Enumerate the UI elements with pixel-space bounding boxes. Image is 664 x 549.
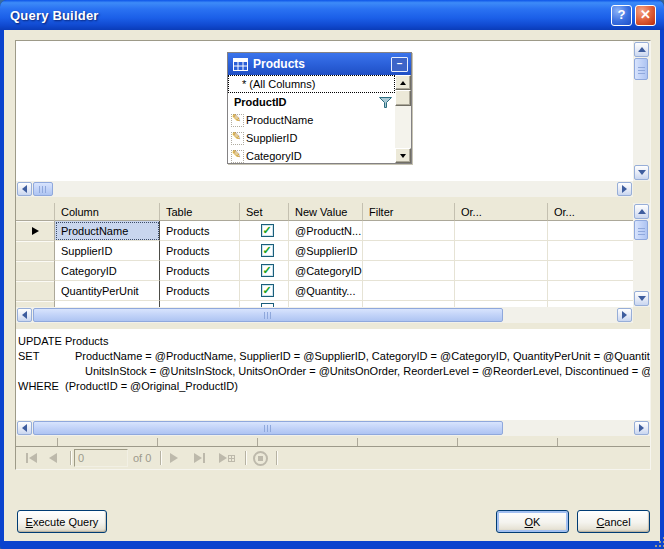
- scroll-down-icon[interactable]: [395, 148, 411, 163]
- sql-keyword: SET: [18, 349, 65, 364]
- cell-or2[interactable]: [548, 281, 633, 301]
- results-column-tick: [257, 438, 258, 446]
- field-productid[interactable]: ProductID: [228, 93, 395, 111]
- grid-header-filter[interactable]: Filter: [363, 203, 455, 221]
- new-record-icon[interactable]: [215, 449, 239, 467]
- minimize-icon[interactable]: –: [391, 57, 408, 72]
- sql-line: SET ProductName = @ProductName, Supplier…: [18, 349, 650, 364]
- field-all-columns[interactable]: * (All Columns): [228, 75, 395, 93]
- cell-or2[interactable]: [548, 241, 633, 261]
- scroll-down-icon[interactable]: [634, 291, 649, 306]
- cell-or1[interactable]: [455, 241, 548, 261]
- scroll-right-icon[interactable]: [617, 182, 632, 196]
- pencil-icon: ✎: [231, 114, 244, 127]
- grid-header-set[interactable]: Set: [240, 203, 289, 221]
- row-selector[interactable]: [16, 281, 55, 301]
- title-bar[interactable]: Query Builder ? ✕: [0, 0, 664, 30]
- cell-or1[interactable]: [455, 281, 548, 301]
- grid-vscrollbar[interactable]: [633, 203, 650, 307]
- cell-column[interactable]: ProductName: [55, 221, 160, 241]
- cell-or1[interactable]: [455, 261, 548, 281]
- cell-filter[interactable]: [363, 281, 455, 301]
- diagram-vscrollbar[interactable]: [633, 41, 650, 181]
- cell-column[interactable]: CategoryID: [55, 261, 160, 281]
- scroll-left-icon[interactable]: [17, 182, 32, 196]
- scroll-left-icon[interactable]: [17, 308, 32, 322]
- scroll-left-icon[interactable]: [17, 421, 32, 435]
- cell-filter[interactable]: [363, 221, 455, 241]
- grid-header-table[interactable]: Table: [160, 203, 240, 221]
- set-checkbox[interactable]: ✓: [261, 244, 274, 257]
- cell-column[interactable]: QuantityPerUnit: [55, 281, 160, 301]
- last-record-icon[interactable]: [188, 449, 210, 467]
- field-categoryid[interactable]: ✎ CategoryID: [228, 147, 395, 163]
- grid-header-or2[interactable]: Or...: [548, 203, 633, 221]
- field-productname[interactable]: ✎ ProductName: [228, 111, 395, 129]
- cell-table[interactable]: Products: [160, 241, 240, 261]
- scrollbar-thumb[interactable]: [33, 182, 53, 196]
- next-record-icon[interactable]: [165, 449, 183, 467]
- cancel-query-icon[interactable]: [251, 449, 270, 467]
- execute-query-button[interactable]: Execute Query: [17, 510, 107, 533]
- current-row-indicator[interactable]: [16, 221, 55, 241]
- grid-hscrollbar[interactable]: [16, 307, 633, 323]
- grid-row: ProductName Products ✓ @ProductN...: [16, 221, 633, 241]
- row-selector[interactable]: [16, 241, 55, 261]
- field-supplierid[interactable]: ✎ SupplierID: [228, 129, 395, 147]
- row-selector[interactable]: [16, 261, 55, 281]
- scroll-up-icon[interactable]: [634, 204, 649, 219]
- scroll-up-icon[interactable]: [634, 42, 649, 57]
- cell-table[interactable]: Products: [160, 261, 240, 281]
- scroll-right-icon[interactable]: [634, 421, 649, 435]
- cell-set[interactable]: ✓: [240, 281, 289, 301]
- scrollbar-thumb[interactable]: [33, 308, 503, 322]
- sql-pane[interactable]: UPDATE Products SET ProductName = @Produ…: [16, 329, 650, 420]
- scroll-right-icon[interactable]: [617, 308, 632, 322]
- cell-table[interactable]: Products: [160, 221, 240, 241]
- scrollbar-thumb[interactable]: [634, 220, 648, 240]
- sql-hscrollbar[interactable]: [16, 420, 650, 436]
- cell-filter[interactable]: [363, 241, 455, 261]
- sql-text: ProductName = @ProductName, SupplierID =…: [65, 349, 650, 364]
- ok-button[interactable]: OK: [496, 510, 569, 533]
- cell-new-value[interactable]: @Quantity...: [289, 281, 363, 301]
- close-icon[interactable]: ✕: [635, 5, 656, 26]
- cell-set[interactable]: ✓: [240, 221, 289, 241]
- cell-column[interactable]: SupplierID: [55, 241, 160, 261]
- diagram-pane[interactable]: Products – * (All Columns) ProductID: [16, 41, 633, 181]
- cell-new-value[interactable]: @CategoryID: [289, 261, 363, 281]
- products-table-header[interactable]: Products –: [228, 53, 411, 75]
- cell-set[interactable]: ✓: [240, 241, 289, 261]
- cell-filter[interactable]: [363, 261, 455, 281]
- previous-record-icon[interactable]: [44, 449, 62, 467]
- scrollbar-thumb[interactable]: [395, 90, 411, 106]
- record-number-input[interactable]: [74, 449, 128, 467]
- cell-set[interactable]: ✓: [240, 261, 289, 281]
- cell-table[interactable]: Products: [160, 281, 240, 301]
- scroll-down-icon[interactable]: [634, 165, 649, 180]
- cancel-button[interactable]: Cancel: [577, 510, 650, 533]
- products-table-box[interactable]: Products – * (All Columns) ProductID: [227, 52, 412, 164]
- cell-new-value[interactable]: @ProductN...: [289, 221, 363, 241]
- grid-header-or1[interactable]: Or...: [455, 203, 548, 221]
- results-header-strip: [16, 436, 650, 447]
- cell-new-value[interactable]: @SupplierID: [289, 241, 363, 261]
- grid-header-new-value[interactable]: New Value: [289, 203, 363, 221]
- grid-header-column[interactable]: Column: [55, 203, 160, 221]
- diagram-hscrollbar[interactable]: [16, 181, 633, 197]
- results-column-tick: [557, 438, 558, 446]
- set-checkbox[interactable]: ✓: [261, 284, 274, 297]
- cell-or2[interactable]: [548, 221, 633, 241]
- table-box-scrollbar[interactable]: [395, 75, 411, 163]
- scroll-up-icon[interactable]: [395, 75, 411, 90]
- first-record-icon[interactable]: [20, 449, 42, 467]
- scrollbar-thumb[interactable]: [33, 421, 503, 435]
- set-checkbox[interactable]: ✓: [261, 224, 274, 237]
- resize-grip[interactable]: [654, 536, 656, 538]
- grid-header-selector[interactable]: [16, 203, 55, 221]
- help-icon[interactable]: ?: [611, 5, 632, 26]
- set-checkbox[interactable]: ✓: [261, 264, 274, 277]
- scrollbar-thumb[interactable]: [634, 58, 648, 80]
- cell-or2[interactable]: [548, 261, 633, 281]
- cell-or1[interactable]: [455, 221, 548, 241]
